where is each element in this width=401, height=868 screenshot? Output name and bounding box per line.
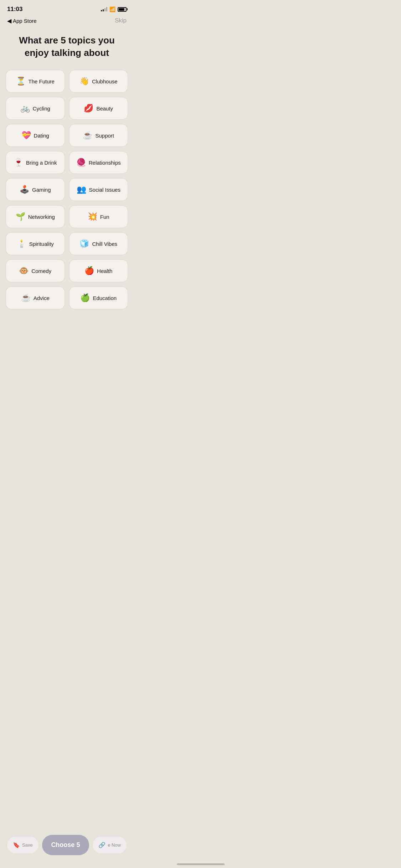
topic-label-relationships: Relationships [89, 160, 121, 166]
topic-label-education: Education [93, 295, 117, 301]
topic-label-clubhouse: Clubhouse [92, 78, 118, 84]
topic-emoji-bring-a-drink: 🍷 [14, 158, 23, 167]
topic-label-advice: Advice [34, 295, 50, 301]
topic-button-gaming[interactable]: 🕹️Gaming [6, 178, 65, 201]
topic-label-chill-vibes: Chill Vibes [92, 241, 117, 247]
topic-button-chill-vibes[interactable]: 🧊Chill Vibes [69, 232, 128, 255]
topic-button-the-future[interactable]: ⏳The Future [6, 70, 65, 93]
topic-button-fun[interactable]: 💥Fun [69, 205, 128, 228]
signal-icon [101, 7, 107, 11]
topic-button-bring-a-drink[interactable]: 🍷Bring a Drink [6, 151, 65, 174]
topic-emoji-health: 🍎 [84, 266, 94, 275]
topic-emoji-advice: ☕ [21, 293, 31, 303]
topics-grid: ⏳The Future👋Clubhouse🚲Cycling💋Beauty💝Dat… [0, 70, 134, 345]
topic-emoji-gaming: 🕹️ [20, 185, 29, 194]
topic-label-health: Health [97, 268, 112, 274]
topic-label-support: Support [95, 133, 114, 139]
topic-button-support[interactable]: ☕Support [69, 124, 128, 147]
topic-emoji-the-future: ⏳ [16, 77, 26, 86]
page-header: What are 5 topics you enjoy talking abou… [0, 27, 134, 70]
topic-label-beauty: Beauty [96, 105, 113, 112]
back-button[interactable]: ◀ App Store [7, 17, 37, 24]
topic-emoji-education: 🍏 [80, 293, 90, 303]
topic-button-health[interactable]: 🍎Health [69, 259, 128, 282]
topic-label-dating: Dating [34, 133, 49, 139]
page-title: What are 5 topics you enjoy talking abou… [11, 34, 123, 59]
back-label: App Store [13, 18, 37, 24]
topic-emoji-comedy: 🐵 [19, 266, 29, 275]
status-bar: 11:03 📶 [0, 0, 134, 16]
status-icons: 📶 [101, 6, 127, 12]
topic-label-comedy: Comedy [31, 268, 51, 274]
topic-label-cycling: Cycling [33, 105, 50, 112]
status-time: 11:03 [7, 6, 22, 13]
topic-emoji-networking: 🌱 [16, 212, 25, 221]
wifi-icon: 📶 [109, 6, 115, 12]
topic-emoji-clubhouse: 👋 [79, 77, 89, 86]
topic-button-dating[interactable]: 💝Dating [6, 124, 65, 147]
topic-emoji-spirituality: 🕯️ [17, 239, 26, 248]
topic-emoji-chill-vibes: 🧊 [79, 239, 89, 248]
topic-label-social-issues: Social Issues [89, 187, 120, 193]
topic-emoji-dating: 💝 [21, 131, 31, 140]
topic-button-comedy[interactable]: 🐵Comedy [6, 259, 65, 282]
battery-icon [118, 7, 127, 12]
topic-button-beauty[interactable]: 💋Beauty [69, 97, 128, 120]
topic-label-networking: Networking [28, 214, 55, 220]
topic-emoji-social-issues: 👥 [77, 185, 86, 194]
topic-label-spirituality: Spirituality [29, 241, 54, 247]
topic-button-relationships[interactable]: 🧶Relationships [69, 151, 128, 174]
topic-button-networking[interactable]: 🌱Networking [6, 205, 65, 228]
back-arrow-icon: ◀ [7, 17, 11, 24]
topic-emoji-beauty: 💋 [84, 104, 93, 113]
skip-button[interactable]: Skip [115, 17, 127, 24]
topic-label-bring-a-drink: Bring a Drink [26, 160, 57, 166]
topic-label-the-future: The Future [29, 78, 55, 84]
topic-button-social-issues[interactable]: 👥Social Issues [69, 178, 128, 201]
topic-button-advice[interactable]: ☕Advice [6, 286, 65, 309]
topic-emoji-fun: 💥 [88, 212, 97, 221]
topic-emoji-relationships: 🧶 [76, 158, 86, 167]
topic-button-clubhouse[interactable]: 👋Clubhouse [69, 70, 128, 93]
topic-button-education[interactable]: 🍏Education [69, 286, 128, 309]
topic-emoji-support: ☕ [83, 131, 92, 140]
nav-bar: ◀ App Store Skip [0, 16, 134, 27]
topic-button-spirituality[interactable]: 🕯️Spirituality [6, 232, 65, 255]
topic-label-fun: Fun [100, 214, 109, 220]
topic-button-cycling[interactable]: 🚲Cycling [6, 97, 65, 120]
topic-emoji-cycling: 🚲 [20, 104, 30, 113]
topic-label-gaming: Gaming [32, 187, 51, 193]
